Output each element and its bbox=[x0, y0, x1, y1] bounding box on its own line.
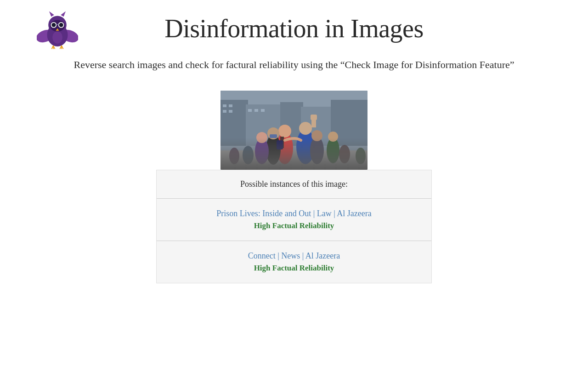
svg-marker-4 bbox=[49, 12, 54, 17]
svg-rect-18 bbox=[331, 100, 368, 146]
results-box: Possible instances of this image: Prison… bbox=[156, 170, 432, 283]
subtitle: Reverse search images and check for fact… bbox=[0, 48, 588, 86]
result-link-1[interactable]: Prison Lives: Inside and Out | Law | Al … bbox=[166, 209, 422, 218]
svg-point-41 bbox=[327, 138, 339, 163]
svg-point-12 bbox=[52, 31, 62, 44]
result-item-1: Prison Lives: Inside and Out | Law | Al … bbox=[157, 199, 431, 241]
svg-point-46 bbox=[356, 148, 366, 164]
svg-point-42 bbox=[328, 132, 338, 142]
svg-point-45 bbox=[339, 145, 350, 163]
protest-image-container bbox=[220, 91, 368, 170]
subtitle-text: Reverse search images and check for fact… bbox=[74, 59, 514, 70]
logo bbox=[37, 9, 78, 51]
svg-point-31 bbox=[299, 122, 312, 135]
result-item-2: Connect | News | Al Jazeera High Factual… bbox=[157, 241, 431, 283]
svg-rect-22 bbox=[229, 110, 232, 113]
svg-rect-24 bbox=[254, 109, 258, 112]
svg-point-28 bbox=[278, 125, 291, 138]
svg-rect-21 bbox=[223, 110, 226, 113]
reliability-badge-1: High Factual Reliability bbox=[254, 221, 334, 230]
result-link-2[interactable]: Connect | News | Al Jazeera bbox=[166, 251, 422, 261]
svg-rect-33 bbox=[311, 115, 317, 120]
svg-rect-25 bbox=[261, 109, 265, 112]
svg-rect-16 bbox=[280, 102, 303, 146]
svg-point-47 bbox=[229, 148, 239, 164]
svg-rect-23 bbox=[248, 109, 252, 112]
svg-point-39 bbox=[255, 138, 269, 164]
possible-instances-label: Possible instances of this image: bbox=[157, 170, 431, 198]
svg-rect-36 bbox=[270, 134, 277, 138]
svg-marker-5 bbox=[61, 12, 66, 17]
main-content: Possible instances of this image: Prison… bbox=[0, 86, 588, 288]
protest-scene bbox=[220, 91, 368, 170]
svg-point-40 bbox=[256, 132, 267, 143]
svg-rect-19 bbox=[223, 104, 226, 107]
reliability-badge-2: High Factual Reliability bbox=[254, 264, 334, 272]
svg-rect-20 bbox=[229, 104, 232, 107]
svg-point-9 bbox=[51, 23, 56, 27]
svg-point-44 bbox=[243, 146, 254, 164]
svg-point-38 bbox=[311, 130, 322, 141]
svg-rect-26 bbox=[220, 150, 368, 170]
svg-rect-29 bbox=[280, 137, 284, 148]
svg-point-10 bbox=[59, 23, 63, 27]
header: Disinformation in Images bbox=[0, 0, 588, 48]
page-title: Disinformation in Images bbox=[164, 14, 423, 43]
svg-point-37 bbox=[310, 137, 324, 164]
svg-rect-43 bbox=[277, 140, 283, 150]
svg-point-34 bbox=[266, 134, 281, 165]
